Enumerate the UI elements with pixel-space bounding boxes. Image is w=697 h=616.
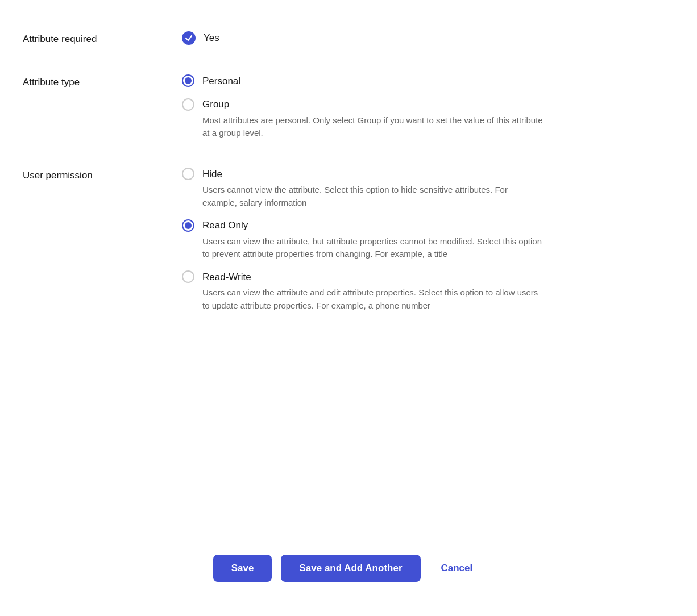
user-permission-hide-label: Hide	[202, 167, 222, 182]
attribute-type-group-description: Most attributes are personal. Only selec…	[202, 114, 544, 140]
attribute-type-personal-radio[interactable]	[182, 74, 194, 87]
attribute-type-row: Attribute type Personal Group Most attri…	[23, 60, 674, 153]
user-permission-readwrite-label: Read-Write	[202, 270, 251, 285]
user-permission-row: User permission Hide Users cannot view t…	[23, 153, 674, 326]
user-permission-hide-description: Users cannot view the attribute. Select …	[202, 184, 544, 209]
attribute-required-yes-checkbox[interactable]	[182, 31, 196, 45]
attribute-type-label: Attribute type	[23, 74, 182, 90]
page-container: Attribute required Yes Attribute type	[0, 0, 697, 616]
save-and-add-button[interactable]: Save and Add Another	[281, 555, 420, 582]
user-permission-readonly-radio[interactable]	[182, 219, 194, 232]
attribute-required-yes-option: Yes	[182, 31, 674, 45]
user-permission-readwrite-option: Read-Write Users can view the attribute …	[182, 270, 674, 313]
cancel-button[interactable]: Cancel	[430, 555, 484, 582]
attribute-type-group-row[interactable]: Group	[182, 97, 674, 112]
user-permission-readwrite-description: Users can view the attribute and edit at…	[202, 286, 544, 312]
user-permission-label: User permission	[23, 167, 182, 183]
form-section: Attribute required Yes Attribute type	[23, 17, 674, 536]
user-permission-readonly-label: Read Only	[202, 218, 248, 233]
user-permission-hide-row[interactable]: Hide	[182, 167, 674, 182]
user-permission-readwrite-row[interactable]: Read-Write	[182, 270, 674, 285]
user-permission-hide-radio[interactable]	[182, 168, 194, 180]
attribute-type-control: Personal Group Most attributes are perso…	[182, 74, 674, 140]
attribute-type-group-radio[interactable]	[182, 98, 194, 111]
user-permission-hide-option: Hide Users cannot view the attribute. Se…	[182, 167, 674, 210]
attribute-required-row: Attribute required Yes	[23, 17, 674, 60]
attribute-required-control: Yes	[182, 31, 674, 45]
user-permission-readonly-row[interactable]: Read Only	[182, 218, 674, 233]
user-permission-readwrite-radio[interactable]	[182, 270, 194, 283]
attribute-type-group-option: Group Most attributes are personal. Only…	[182, 97, 674, 140]
attribute-type-personal-option: Personal	[182, 74, 674, 89]
attribute-type-personal-row[interactable]: Personal	[182, 74, 674, 89]
attribute-required-label: Attribute required	[23, 31, 182, 47]
attribute-type-group-label: Group	[202, 97, 229, 112]
footer-actions: Save Save and Add Another Cancel	[23, 536, 674, 593]
user-permission-control: Hide Users cannot view the attribute. Se…	[182, 167, 674, 313]
save-button[interactable]: Save	[213, 555, 272, 582]
attribute-required-yes-row[interactable]: Yes	[182, 31, 674, 45]
user-permission-readonly-option: Read Only Users can view the attribute, …	[182, 218, 674, 261]
attribute-type-personal-label: Personal	[202, 74, 240, 89]
user-permission-readonly-description: Users can view the attribute, but attrib…	[202, 235, 544, 261]
attribute-required-yes-label: Yes	[204, 31, 219, 45]
